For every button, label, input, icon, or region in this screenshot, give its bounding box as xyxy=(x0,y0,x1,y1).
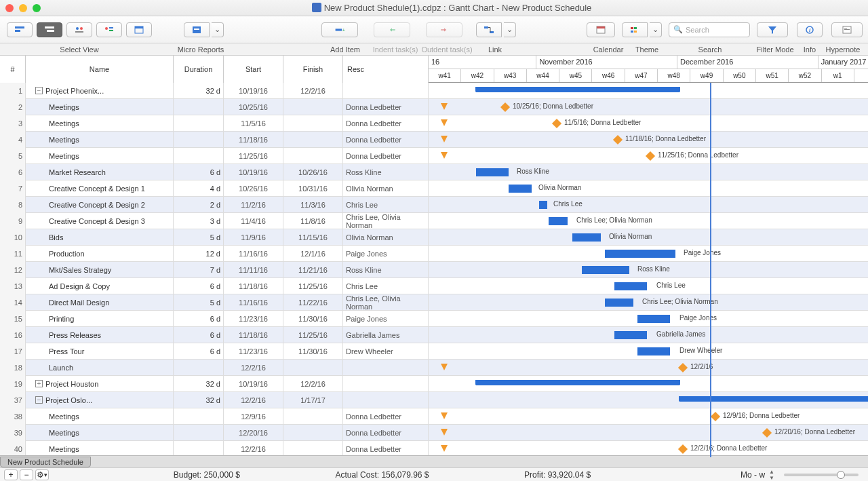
table-row[interactable]: 37−Project Oslo...32 d12/2/161/17/17 xyxy=(0,392,868,408)
minimize-window-button[interactable] xyxy=(19,4,27,12)
cell-resource[interactable]: Chris Lee, Olivia Norman xyxy=(343,294,429,311)
task-name[interactable]: Printing xyxy=(49,315,74,323)
cell-finish[interactable]: 1/17/17 xyxy=(283,392,343,408)
gantt-bar[interactable] xyxy=(605,250,675,258)
cell-start[interactable]: 10/25/16 xyxy=(224,99,283,115)
cell-resource[interactable]: Ross Kline xyxy=(343,262,429,278)
table-row[interactable]: 12Mkt/Sales Strategy7 d11/11/1611/21/16R… xyxy=(0,262,868,278)
milestone-diamond[interactable] xyxy=(613,134,623,144)
info-button[interactable]: i xyxy=(797,22,823,37)
cell-timeline[interactable]: Chris Lee; Olivia Norman xyxy=(429,213,868,229)
table-row[interactable]: 39Meetings12/20/16Donna Ledbetter12/20/1… xyxy=(0,425,868,441)
col-header-finish[interactable]: Finish xyxy=(283,56,343,83)
gantt-bar[interactable] xyxy=(637,347,670,355)
cell-duration[interactable]: 32 d xyxy=(174,376,224,392)
task-name[interactable]: Meetings xyxy=(49,412,79,421)
summary-bar[interactable] xyxy=(476,87,679,92)
cell-start[interactable]: 11/2/16 xyxy=(224,197,283,213)
cell-finish[interactable] xyxy=(283,425,343,441)
cell-duration[interactable]: 2 d xyxy=(174,197,224,213)
cell-finish[interactable]: 11/8/16 xyxy=(283,213,343,229)
cell-resource[interactable]: Drew Wheeler xyxy=(343,343,429,360)
table-row[interactable]: 4Meetings11/18/16Donna Ledbetter11/18/16… xyxy=(0,132,868,148)
cell-duration[interactable]: 6 d xyxy=(174,311,224,327)
task-name[interactable]: Production xyxy=(49,250,85,258)
table-row[interactable]: 19+Project Houston32 d10/19/1612/2/16 xyxy=(0,376,868,392)
cell-timeline[interactable]: 10/25/16; Donna Ledbetter xyxy=(429,99,868,115)
cell-finish[interactable] xyxy=(283,408,343,425)
cell-duration[interactable]: 6 d xyxy=(174,164,224,180)
add-item-button[interactable]: + xyxy=(321,22,358,37)
cell-start[interactable]: 11/16/16 xyxy=(224,246,283,262)
cell-timeline[interactable]: Olivia Norman xyxy=(429,180,868,197)
cell-resource[interactable]: Donna Ledbetter xyxy=(343,408,429,425)
cell-timeline[interactable]: 11/5/16; Donna Ledbetter xyxy=(429,115,868,132)
maximize-window-button[interactable] xyxy=(33,4,41,12)
cell-start[interactable]: 11/11/16 xyxy=(224,262,283,278)
cell-finish[interactable]: 11/15/16 xyxy=(283,229,343,246)
cell-finish[interactable] xyxy=(283,99,343,115)
cell-resource[interactable]: Donna Ledbetter xyxy=(343,99,429,115)
table-row[interactable]: 9Creative Concept & Design 33 d11/4/1611… xyxy=(0,213,868,229)
cell-finish[interactable] xyxy=(283,132,343,148)
cell-finish[interactable] xyxy=(283,360,343,376)
cell-start[interactable]: 12/9/16 xyxy=(224,408,283,425)
view-resource-button[interactable] xyxy=(66,22,92,37)
cell-duration[interactable]: 12 d xyxy=(174,246,224,262)
cell-resource[interactable]: Donna Ledbetter xyxy=(343,148,429,164)
cell-timeline[interactable]: Gabriella James xyxy=(429,327,868,343)
table-row[interactable]: 3Meetings11/5/16Donna Ledbetter11/5/16; … xyxy=(0,115,868,132)
task-name[interactable]: Press Tour xyxy=(49,347,84,355)
cell-finish[interactable]: 10/26/16 xyxy=(283,164,343,180)
cell-timeline[interactable]: Paige Jones xyxy=(429,246,868,262)
cell-duration[interactable]: 5 d xyxy=(174,294,224,311)
cell-duration[interactable]: 6 d xyxy=(174,327,224,343)
cell-resource[interactable]: Paige Jones xyxy=(343,311,429,327)
cell-resource[interactable]: Ross Kline xyxy=(343,164,429,180)
cell-start[interactable]: 10/19/16 xyxy=(224,376,283,392)
task-name[interactable]: Meetings xyxy=(49,136,79,144)
cell-start[interactable]: 10/19/16 xyxy=(224,164,283,180)
task-name[interactable]: Direct Mail Design xyxy=(49,299,109,307)
tree-toggle[interactable]: + xyxy=(35,380,43,387)
milestone-diamond[interactable] xyxy=(552,118,561,128)
table-row[interactable]: 5Meetings11/25/16Donna Ledbetter11/25/16… xyxy=(0,148,868,164)
link-dropdown[interactable]: ⌄ xyxy=(476,22,516,37)
cell-timeline[interactable]: Olivia Norman xyxy=(429,229,868,246)
cell-timeline[interactable]: Ross Kline xyxy=(429,164,868,180)
col-header-duration[interactable]: Duration xyxy=(174,56,224,83)
filter-button[interactable] xyxy=(757,22,788,37)
close-window-button[interactable] xyxy=(5,4,14,12)
col-header-name[interactable]: Name xyxy=(26,56,174,83)
cell-timeline[interactable] xyxy=(429,392,868,408)
micro-reports-dropdown[interactable]: ⌄ xyxy=(184,22,224,37)
cell-resource[interactable]: Donna Ledbetter xyxy=(343,115,429,132)
cell-duration[interactable] xyxy=(174,99,224,115)
cell-duration[interactable] xyxy=(174,132,224,148)
cell-timeline[interactable]: Drew Wheeler xyxy=(429,343,868,360)
cell-duration[interactable] xyxy=(174,408,224,425)
milestone-diamond[interactable] xyxy=(500,102,510,111)
table-row[interactable]: 14Direct Mail Design5 d11/16/1611/22/16C… xyxy=(0,294,868,311)
cell-start[interactable]: 12/2/16 xyxy=(224,441,283,457)
cell-start[interactable]: 11/18/16 xyxy=(224,278,283,294)
cell-resource[interactable]: Olivia Norman xyxy=(343,180,429,197)
grid-body[interactable]: 1−Project Phoenix...32 d10/19/1612/2/162… xyxy=(0,83,868,472)
cell-resource[interactable]: Gabriella James xyxy=(343,327,429,343)
gantt-bar[interactable] xyxy=(549,217,568,225)
task-name[interactable]: Creative Concept & Design 3 xyxy=(49,217,145,225)
cell-resource[interactable] xyxy=(343,392,429,408)
calendar-button[interactable] xyxy=(587,22,615,37)
cell-timeline[interactable]: Chris Lee; Olivia Norman xyxy=(429,294,868,311)
cell-timeline[interactable] xyxy=(429,376,868,392)
cell-timeline[interactable]: 11/18/16; Donna Ledbetter xyxy=(429,132,868,148)
cell-finish[interactable] xyxy=(283,441,343,457)
remove-row-button[interactable]: − xyxy=(20,469,33,480)
task-name[interactable]: Meetings xyxy=(49,119,79,128)
cell-finish[interactable] xyxy=(283,148,343,164)
task-name[interactable]: Meetings xyxy=(49,429,79,437)
cell-start[interactable]: 12/2/16 xyxy=(224,392,283,408)
cell-start[interactable]: 12/2/16 xyxy=(224,360,283,376)
cell-finish[interactable]: 11/25/16 xyxy=(283,278,343,294)
cell-finish[interactable]: 11/30/16 xyxy=(283,343,343,360)
